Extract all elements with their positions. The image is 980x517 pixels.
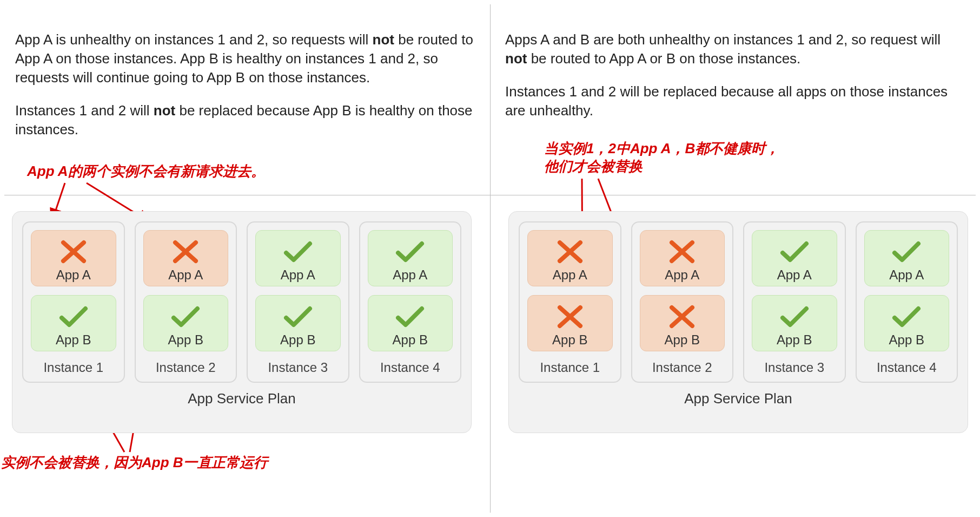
text: Apps A and B are both unhealthy on insta… (505, 31, 941, 48)
status-icon (374, 235, 447, 269)
app-label: App B (870, 332, 944, 348)
plan-label: App Service Plan (22, 390, 461, 407)
app-box: App A (640, 230, 725, 286)
status-icon (37, 300, 110, 333)
app-label: App B (646, 332, 719, 348)
check-icon (778, 238, 811, 265)
status-icon (646, 235, 719, 269)
instance-box: App A App BInstance 4 (359, 221, 462, 383)
instance-label: Instance 2 (640, 360, 725, 375)
instance-box: App A App BInstance 1 (519, 221, 621, 383)
status-icon (533, 235, 607, 269)
text-bold: not (373, 31, 394, 48)
text: 当实例1，2中App A，B都不健康时， (544, 140, 779, 156)
instance-box: App A App BInstance 4 (856, 221, 958, 383)
text-bold: not (154, 102, 175, 119)
app-box: App B (368, 295, 453, 351)
left-desc-2: Instances 1 and 2 will not be replaced b… (15, 101, 475, 139)
app-label: App A (870, 267, 944, 283)
page: App A is unhealthy on instances 1 and 2,… (0, 0, 980, 517)
check-icon (890, 303, 923, 330)
plan-label: App Service Plan (519, 390, 958, 407)
app-label: App A (646, 267, 719, 283)
left-panel: App A is unhealthy on instances 1 and 2,… (0, 0, 490, 517)
instance-box: App A App BInstance 2 (631, 221, 734, 383)
cross-icon (555, 303, 585, 330)
check-icon (282, 303, 314, 330)
cross-icon (555, 238, 585, 265)
app-box: App B (640, 295, 725, 351)
app-box: App B (527, 295, 613, 351)
left-instances-row: App A App BInstance 1 App A App BInstanc… (22, 221, 461, 383)
app-label: App B (37, 332, 110, 348)
app-label: App A (533, 267, 607, 283)
app-box: App A (368, 230, 453, 286)
instance-label: Instance 1 (31, 360, 116, 375)
app-box: App B (143, 295, 229, 351)
app-label: App B (533, 332, 607, 348)
instance-label: Instance 2 (143, 360, 229, 375)
app-box: App B (864, 295, 950, 351)
cross-icon (667, 303, 697, 330)
status-icon (37, 235, 110, 269)
text: be routed to App A or B on those instanc… (527, 50, 800, 67)
status-icon (758, 300, 831, 333)
cross-icon (667, 238, 697, 265)
app-box: App B (31, 295, 116, 351)
check-icon (57, 303, 90, 330)
left-annotation-top: App A的两个实例不会有新请求进去。 (27, 162, 265, 180)
app-label: App B (758, 332, 831, 348)
app-label: App A (374, 267, 447, 283)
app-box: App A (752, 230, 837, 286)
text-bold: not (505, 50, 527, 67)
app-box: App A (255, 230, 341, 286)
app-label: App B (261, 332, 335, 348)
app-label: App B (149, 332, 223, 348)
app-box: App A (527, 230, 613, 286)
instance-box: App A App BInstance 1 (22, 221, 125, 383)
app-box: App B (752, 295, 837, 351)
instance-label: Instance 3 (255, 360, 341, 375)
check-icon (778, 303, 811, 330)
check-icon (169, 303, 202, 330)
app-label: App A (149, 267, 223, 283)
status-icon (261, 235, 335, 269)
left-annotation-bottom: 实例不会被替换，因为App B一直正常运行 (1, 454, 268, 472)
check-icon (394, 238, 426, 265)
status-icon (870, 235, 944, 269)
check-icon (394, 303, 426, 330)
check-icon (282, 238, 314, 265)
status-icon (374, 300, 447, 333)
instance-label: Instance 4 (368, 360, 453, 375)
cross-icon (59, 238, 88, 265)
status-icon (870, 300, 944, 333)
right-instances-row: App A App BInstance 1 App A App BInstanc… (519, 221, 958, 383)
instance-box: App A App BInstance 3 (743, 221, 846, 383)
app-label: App A (37, 267, 110, 283)
app-label: App A (261, 267, 335, 283)
instance-box: App A App BInstance 2 (135, 221, 237, 383)
status-icon (149, 300, 223, 333)
status-icon (646, 300, 719, 333)
text: App A is unhealthy on instances 1 and 2,… (15, 31, 373, 48)
cross-icon (171, 238, 200, 265)
app-box: App B (255, 295, 341, 351)
left-app-service-plan: App A App BInstance 1 App A App BInstanc… (12, 211, 472, 433)
app-box: App A (143, 230, 229, 286)
right-panel: Apps A and B are both unhealthy on insta… (490, 0, 980, 517)
instance-label: Instance 3 (752, 360, 837, 375)
status-icon (261, 300, 335, 333)
right-desc-2: Instances 1 and 2 will be replaced becau… (505, 82, 965, 120)
right-desc-1: Apps A and B are both unhealthy on insta… (505, 30, 965, 68)
status-icon (533, 300, 607, 333)
text: Instances 1 and 2 will (15, 102, 154, 119)
right-annotation: 当实例1，2中App A，B都不健康时， 他们才会被替换 (544, 140, 779, 175)
app-box: App A (31, 230, 116, 286)
status-icon (758, 235, 831, 269)
app-label: App B (374, 332, 447, 348)
check-icon (890, 238, 923, 265)
app-box: App A (864, 230, 950, 286)
right-app-service-plan: App A App BInstance 1 App A App BInstanc… (508, 211, 968, 433)
app-label: App A (758, 267, 831, 283)
left-desc-1: App A is unhealthy on instances 1 and 2,… (15, 30, 475, 87)
